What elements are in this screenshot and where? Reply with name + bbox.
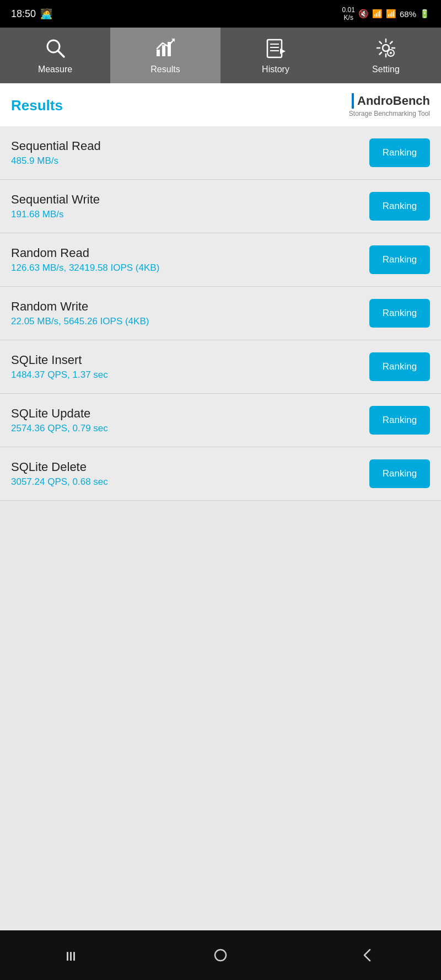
history-icon <box>265 38 286 61</box>
ranking-button-sqlite-insert[interactable]: Ranking <box>369 352 430 381</box>
tab-history[interactable]: History <box>220 28 331 83</box>
benchmark-name: SQLite Delete <box>11 460 369 474</box>
tab-results-label: Results <box>150 65 180 74</box>
results-icon <box>155 38 176 61</box>
svg-rect-22 <box>67 952 68 961</box>
tab-setting[interactable]: Setting <box>331 28 441 83</box>
status-time: 18:50 <box>11 8 36 20</box>
benchmark-info: SQLite Delete 3057.24 QPS, 0.68 sec <box>11 460 369 488</box>
benchmark-value: 2574.36 QPS, 0.79 sec <box>11 423 369 434</box>
benchmark-item-random-write: Random Write 22.05 MB/s, 5645.26 IOPS (4… <box>0 287 441 340</box>
ranking-button-random-write[interactable]: Ranking <box>369 299 430 328</box>
battery-level: 68% <box>400 9 416 19</box>
svg-point-21 <box>390 52 392 54</box>
benchmark-info: SQLite Update 2574.36 QPS, 0.79 sec <box>11 406 369 434</box>
benchmark-item-sqlite-update: SQLite Update 2574.36 QPS, 0.79 sec Rank… <box>0 394 441 447</box>
svg-line-18 <box>390 42 392 44</box>
tab-setting-label: Setting <box>372 65 400 74</box>
brand-name: AndroBench <box>352 93 430 109</box>
svg-rect-3 <box>162 45 165 56</box>
benchmark-value: 485.9 MB/s <box>11 156 369 167</box>
benchmark-name: Random Read <box>11 246 369 260</box>
status-emoji: 🧑‍💻 <box>40 8 52 20</box>
page-title: Results <box>11 97 63 114</box>
benchmark-value: 126.63 MB/s, 32419.58 IOPS (4KB) <box>11 263 369 274</box>
setting-icon <box>375 38 396 61</box>
battery-icon: 🔋 <box>420 9 430 19</box>
svg-rect-24 <box>73 952 75 961</box>
benchmark-value: 191.68 MB/s <box>11 209 369 220</box>
brand-subtitle: Storage Benchmarking Tool <box>349 110 430 117</box>
results-header: Results AndroBench Storage Benchmarking … <box>0 83 441 126</box>
benchmark-value: 22.05 MB/s, 5645.26 IOPS (4KB) <box>11 316 369 327</box>
ranking-button-sqlite-delete[interactable]: Ranking <box>369 459 430 488</box>
benchmark-info: Sequential Read 485.9 MB/s <box>11 139 369 167</box>
tab-results[interactable]: Results <box>110 28 220 83</box>
svg-rect-25 <box>215 950 226 961</box>
ranking-button-sequential-read[interactable]: Ranking <box>369 138 430 167</box>
benchmark-item-random-read: Random Read 126.63 MB/s, 32419.58 IOPS (… <box>0 233 441 287</box>
benchmark-name: Random Write <box>11 299 369 314</box>
ranking-button-sqlite-update[interactable]: Ranking <box>369 406 430 435</box>
svg-line-1 <box>58 51 64 57</box>
mute-icon: 🔇 <box>358 9 369 19</box>
benchmark-info: Sequential Write 191.68 MB/s <box>11 192 369 220</box>
benchmark-name: Sequential Read <box>11 139 369 153</box>
tab-history-label: History <box>262 65 289 74</box>
status-right: 0.01K/s 🔇 📶 📶 68% 🔋 <box>342 6 430 22</box>
bottom-nav-bar <box>0 930 441 980</box>
benchmark-item-sequential-write: Sequential Write 191.68 MB/s Ranking <box>0 180 441 233</box>
brand-bar <box>352 93 354 109</box>
network-speed: 0.01K/s <box>342 6 355 22</box>
benchmark-item-sqlite-insert: SQLite Insert 1484.37 QPS, 1.37 sec Rank… <box>0 340 441 394</box>
ranking-button-sequential-write[interactable]: Ranking <box>369 192 430 221</box>
measure-icon <box>45 38 66 61</box>
benchmark-item-sequential-read: Sequential Read 485.9 MB/s Ranking <box>0 126 441 180</box>
benchmark-info: SQLite Insert 1484.37 QPS, 1.37 sec <box>11 353 369 381</box>
recent-apps-button[interactable] <box>57 944 90 966</box>
status-bar: 18:50 🧑‍💻 0.01K/s 🔇 📶 📶 68% 🔋 <box>0 0 441 28</box>
benchmark-list: Sequential Read 485.9 MB/s Ranking Seque… <box>0 126 441 930</box>
benchmark-value: 3057.24 QPS, 0.68 sec <box>11 476 369 488</box>
svg-line-16 <box>380 42 382 44</box>
svg-line-19 <box>380 52 382 55</box>
benchmark-item-sqlite-delete: SQLite Delete 3057.24 QPS, 0.68 sec Rank… <box>0 447 441 501</box>
brand-logo: AndroBench Storage Benchmarking Tool <box>349 93 430 117</box>
benchmark-value: 1484.37 QPS, 1.37 sec <box>11 369 369 381</box>
status-left: 18:50 🧑‍💻 <box>11 8 52 20</box>
back-button[interactable] <box>351 944 384 966</box>
svg-rect-23 <box>70 952 72 961</box>
benchmark-name: SQLite Insert <box>11 353 369 367</box>
svg-marker-10 <box>280 49 286 54</box>
ranking-button-random-read[interactable]: Ranking <box>369 245 430 274</box>
benchmark-name: Sequential Write <box>11 192 369 207</box>
signal-icon: 📶 <box>386 9 396 19</box>
svg-rect-6 <box>267 40 282 57</box>
benchmark-info: Random Write 22.05 MB/s, 5645.26 IOPS (4… <box>11 299 369 327</box>
nav-tabs: Measure Results History <box>0 28 441 83</box>
tab-measure[interactable]: Measure <box>0 28 110 83</box>
benchmark-name: SQLite Update <box>11 406 369 421</box>
svg-rect-2 <box>157 50 160 56</box>
home-button[interactable] <box>204 944 237 966</box>
tab-measure-label: Measure <box>38 65 72 74</box>
benchmark-info: Random Read 126.63 MB/s, 32419.58 IOPS (… <box>11 246 369 274</box>
wifi-icon: 📶 <box>372 9 383 19</box>
